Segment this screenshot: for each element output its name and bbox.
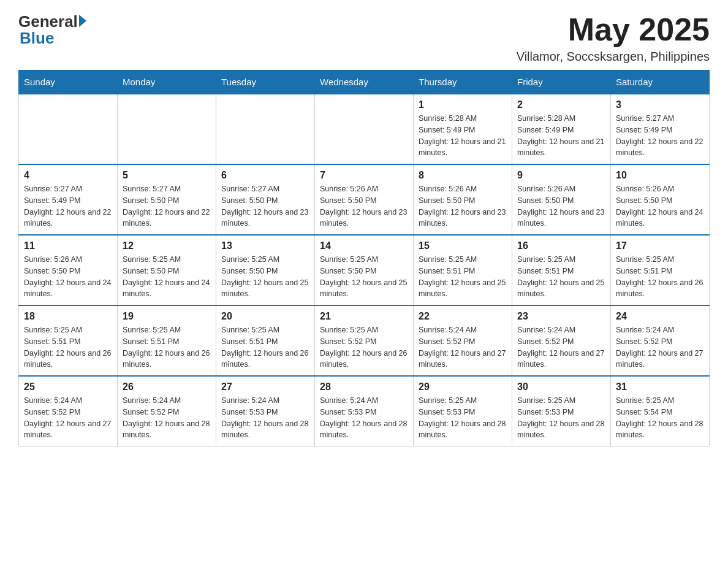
- day-number: 22: [419, 311, 507, 322]
- calendar-header-sunday: Sunday: [19, 71, 118, 94]
- day-info: Sunrise: 5:25 AM Sunset: 5:51 PM Dayligh…: [419, 254, 507, 300]
- day-info: Sunrise: 5:27 AM Sunset: 5:49 PM Dayligh…: [24, 183, 112, 229]
- calendar-week-1: 1Sunrise: 5:28 AM Sunset: 5:49 PM Daylig…: [19, 94, 710, 164]
- day-number: 21: [320, 311, 408, 322]
- day-info: Sunrise: 5:24 AM Sunset: 5:52 PM Dayligh…: [616, 324, 704, 370]
- calendar-cell: 11Sunrise: 5:26 AM Sunset: 5:50 PM Dayli…: [19, 235, 118, 305]
- calendar-cell: 28Sunrise: 5:24 AM Sunset: 5:53 PM Dayli…: [315, 376, 414, 446]
- calendar-cell: 1Sunrise: 5:28 AM Sunset: 5:49 PM Daylig…: [414, 94, 512, 164]
- day-info: Sunrise: 5:26 AM Sunset: 5:50 PM Dayligh…: [419, 183, 507, 229]
- day-number: 5: [123, 170, 211, 181]
- calendar-cell: 16Sunrise: 5:25 AM Sunset: 5:51 PM Dayli…: [512, 235, 611, 305]
- day-number: 4: [24, 170, 112, 181]
- calendar-week-4: 18Sunrise: 5:25 AM Sunset: 5:51 PM Dayli…: [19, 305, 710, 376]
- calendar-cell: 7Sunrise: 5:26 AM Sunset: 5:50 PM Daylig…: [315, 164, 414, 235]
- calendar-week-3: 11Sunrise: 5:26 AM Sunset: 5:50 PM Dayli…: [19, 235, 710, 305]
- calendar-header-friday: Friday: [512, 71, 611, 94]
- day-info: Sunrise: 5:27 AM Sunset: 5:50 PM Dayligh…: [221, 183, 309, 229]
- day-info: Sunrise: 5:24 AM Sunset: 5:52 PM Dayligh…: [24, 395, 112, 441]
- calendar-cell: 24Sunrise: 5:24 AM Sunset: 5:52 PM Dayli…: [611, 305, 710, 376]
- calendar-cell: 31Sunrise: 5:25 AM Sunset: 5:54 PM Dayli…: [611, 376, 710, 446]
- calendar-cell: 19Sunrise: 5:25 AM Sunset: 5:51 PM Dayli…: [118, 305, 216, 376]
- calendar-cell: 25Sunrise: 5:24 AM Sunset: 5:52 PM Dayli…: [19, 376, 118, 446]
- day-info: Sunrise: 5:26 AM Sunset: 5:50 PM Dayligh…: [320, 183, 408, 229]
- day-number: 26: [123, 381, 211, 393]
- title-section: May 2025 Villamor, Soccsksargen, Philipp…: [517, 12, 710, 64]
- calendar-cell: 17Sunrise: 5:25 AM Sunset: 5:51 PM Dayli…: [611, 235, 710, 305]
- day-number: 24: [616, 311, 704, 322]
- calendar-cell: 15Sunrise: 5:25 AM Sunset: 5:51 PM Dayli…: [414, 235, 512, 305]
- calendar-cell: 27Sunrise: 5:24 AM Sunset: 5:53 PM Dayli…: [216, 376, 315, 446]
- day-number: 25: [24, 381, 112, 393]
- day-info: Sunrise: 5:24 AM Sunset: 5:53 PM Dayligh…: [320, 395, 408, 441]
- calendar-cell: [19, 94, 118, 164]
- calendar-cell: 5Sunrise: 5:27 AM Sunset: 5:50 PM Daylig…: [118, 164, 216, 235]
- day-info: Sunrise: 5:26 AM Sunset: 5:50 PM Dayligh…: [24, 254, 112, 300]
- day-number: 17: [616, 240, 704, 251]
- day-info: Sunrise: 5:27 AM Sunset: 5:50 PM Dayligh…: [123, 183, 211, 229]
- logo: General Blue: [18, 12, 86, 48]
- logo-blue-text: Blue: [18, 29, 54, 48]
- day-number: 1: [419, 99, 507, 110]
- day-info: Sunrise: 5:25 AM Sunset: 5:51 PM Dayligh…: [123, 324, 211, 370]
- calendar-cell: 14Sunrise: 5:25 AM Sunset: 5:50 PM Dayli…: [315, 235, 414, 305]
- day-number: 3: [616, 99, 704, 110]
- calendar-header-monday: Monday: [118, 71, 216, 94]
- day-number: 13: [221, 240, 309, 251]
- day-info: Sunrise: 5:27 AM Sunset: 5:49 PM Dayligh…: [616, 113, 704, 159]
- calendar-cell: 18Sunrise: 5:25 AM Sunset: 5:51 PM Dayli…: [19, 305, 118, 376]
- calendar-week-5: 25Sunrise: 5:24 AM Sunset: 5:52 PM Dayli…: [19, 376, 710, 446]
- day-info: Sunrise: 5:25 AM Sunset: 5:50 PM Dayligh…: [320, 254, 408, 300]
- day-info: Sunrise: 5:25 AM Sunset: 5:53 PM Dayligh…: [517, 395, 605, 441]
- calendar-cell: 22Sunrise: 5:24 AM Sunset: 5:52 PM Dayli…: [414, 305, 512, 376]
- calendar-cell: [118, 94, 216, 164]
- day-number: 11: [24, 240, 112, 251]
- day-info: Sunrise: 5:25 AM Sunset: 5:51 PM Dayligh…: [221, 324, 309, 370]
- day-number: 8: [419, 170, 507, 181]
- calendar-cell: 20Sunrise: 5:25 AM Sunset: 5:51 PM Dayli…: [216, 305, 315, 376]
- calendar-cell: [216, 94, 315, 164]
- calendar-cell: 4Sunrise: 5:27 AM Sunset: 5:49 PM Daylig…: [19, 164, 118, 235]
- calendar-week-2: 4Sunrise: 5:27 AM Sunset: 5:49 PM Daylig…: [19, 164, 710, 235]
- day-info: Sunrise: 5:24 AM Sunset: 5:52 PM Dayligh…: [419, 324, 507, 370]
- day-number: 14: [320, 240, 408, 251]
- day-number: 7: [320, 170, 408, 181]
- day-info: Sunrise: 5:25 AM Sunset: 5:50 PM Dayligh…: [123, 254, 211, 300]
- day-info: Sunrise: 5:24 AM Sunset: 5:52 PM Dayligh…: [123, 395, 211, 441]
- calendar-cell: 8Sunrise: 5:26 AM Sunset: 5:50 PM Daylig…: [414, 164, 512, 235]
- day-number: 20: [221, 311, 309, 322]
- calendar-cell: 13Sunrise: 5:25 AM Sunset: 5:50 PM Dayli…: [216, 235, 315, 305]
- day-number: 31: [616, 381, 704, 393]
- day-number: 23: [517, 311, 605, 322]
- day-number: 29: [419, 381, 507, 393]
- calendar-cell: 9Sunrise: 5:26 AM Sunset: 5:50 PM Daylig…: [512, 164, 611, 235]
- day-info: Sunrise: 5:25 AM Sunset: 5:53 PM Dayligh…: [419, 395, 507, 441]
- day-number: 15: [419, 240, 507, 251]
- day-number: 27: [221, 381, 309, 393]
- day-info: Sunrise: 5:25 AM Sunset: 5:51 PM Dayligh…: [616, 254, 704, 300]
- day-info: Sunrise: 5:28 AM Sunset: 5:49 PM Dayligh…: [517, 113, 605, 159]
- calendar-header: SundayMondayTuesdayWednesdayThursdayFrid…: [19, 71, 710, 94]
- day-info: Sunrise: 5:25 AM Sunset: 5:54 PM Dayligh…: [616, 395, 704, 441]
- calendar-cell: 26Sunrise: 5:24 AM Sunset: 5:52 PM Dayli…: [118, 376, 216, 446]
- day-info: Sunrise: 5:25 AM Sunset: 5:50 PM Dayligh…: [221, 254, 309, 300]
- calendar-cell: 10Sunrise: 5:26 AM Sunset: 5:50 PM Dayli…: [611, 164, 710, 235]
- calendar-table: SundayMondayTuesdayWednesdayThursdayFrid…: [18, 70, 710, 446]
- day-info: Sunrise: 5:24 AM Sunset: 5:53 PM Dayligh…: [221, 395, 309, 441]
- calendar-cell: 30Sunrise: 5:25 AM Sunset: 5:53 PM Dayli…: [512, 376, 611, 446]
- calendar-header-wednesday: Wednesday: [315, 71, 414, 94]
- day-info: Sunrise: 5:26 AM Sunset: 5:50 PM Dayligh…: [517, 183, 605, 229]
- day-info: Sunrise: 5:28 AM Sunset: 5:49 PM Dayligh…: [419, 113, 507, 159]
- page-header: General Blue May 2025 Villamor, Soccsksa…: [18, 12, 710, 64]
- day-info: Sunrise: 5:26 AM Sunset: 5:50 PM Dayligh…: [616, 183, 704, 229]
- calendar-cell: 21Sunrise: 5:25 AM Sunset: 5:52 PM Dayli…: [315, 305, 414, 376]
- day-number: 16: [517, 240, 605, 251]
- day-number: 12: [123, 240, 211, 251]
- day-info: Sunrise: 5:25 AM Sunset: 5:51 PM Dayligh…: [24, 324, 112, 370]
- day-number: 2: [517, 99, 605, 110]
- day-number: 6: [221, 170, 309, 181]
- calendar-cell: 3Sunrise: 5:27 AM Sunset: 5:49 PM Daylig…: [611, 94, 710, 164]
- day-number: 30: [517, 381, 605, 393]
- location-title: Villamor, Soccsksargen, Philippines: [517, 50, 710, 64]
- logo-arrow-icon: [79, 15, 86, 27]
